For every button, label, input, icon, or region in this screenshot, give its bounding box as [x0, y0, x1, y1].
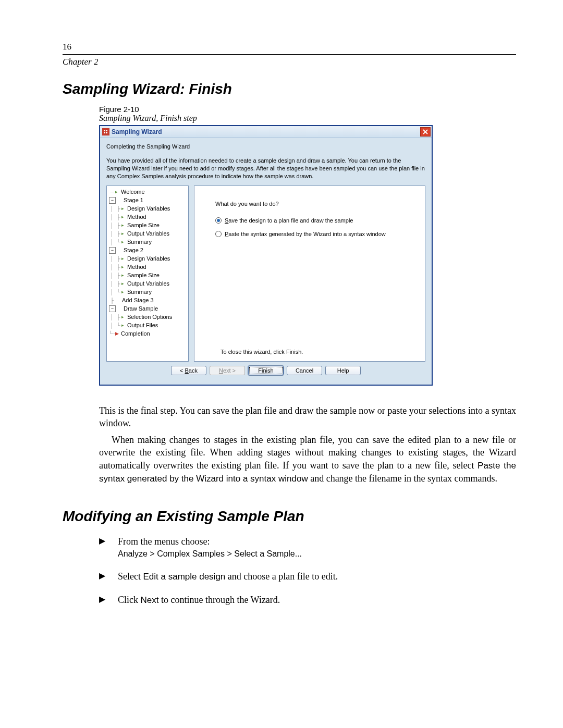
help-button[interactable]: Help — [325, 366, 361, 375]
svg-rect-2 — [104, 132, 105, 133]
tree-add-stage3[interactable]: ├Add Stage 3 — [109, 297, 187, 305]
step-marker-icon: ▶ — [99, 594, 118, 607]
section-heading-1: Sampling Wizard: Finish — [63, 81, 516, 97]
finish-button[interactable]: Finish — [248, 366, 284, 375]
back-button[interactable]: < Back — [171, 366, 206, 375]
next-button: Next > — [210, 366, 245, 375]
radio-paste-syntax[interactable]: Paste the syntax generated by the Wizard… — [215, 231, 418, 237]
dialog-body: Completing the Sampling Wizard You have … — [100, 138, 432, 385]
dialog-titlebar: Sampling Wizard — [100, 126, 432, 138]
tree-output-files[interactable]: │└▸Output Files — [109, 322, 187, 330]
svg-rect-0 — [104, 130, 105, 131]
paragraph-1: This is the final step. You can save the… — [99, 404, 516, 430]
tree-stage1-design[interactable]: │├▸Design Variables — [109, 205, 187, 213]
dialog-title: Sampling Wizard — [112, 128, 420, 135]
step-1: ▶ From the menus choose: Analyze > Compl… — [99, 535, 516, 560]
chapter-label: Chapter 2 — [63, 57, 516, 67]
tree-stage2-method[interactable]: │├▸Method — [109, 263, 187, 272]
paragraph-2: When making changes to stages in the exi… — [99, 434, 516, 485]
tree-welcome[interactable]: ┈▸Welcome — [109, 188, 187, 196]
tree-stage1-size[interactable]: │├▸Sample Size — [109, 221, 187, 230]
step-3-text: Click Next to continue through the Wizar… — [118, 594, 280, 607]
svg-rect-3 — [106, 132, 107, 133]
tree-panel: ┈▸Welcome −Stage 1 │├▸Design Variables │… — [106, 186, 189, 362]
tree-stage2-summary[interactable]: │└▸Summary — [109, 288, 187, 297]
figure-caption: Sampling Wizard, Finish step — [99, 114, 516, 123]
close-icon[interactable] — [420, 127, 431, 137]
page-rule — [63, 54, 516, 55]
dialog-panels: ┈▸Welcome −Stage 1 │├▸Design Variables │… — [106, 186, 425, 362]
radio-icon — [215, 217, 222, 224]
tree-stage1-output[interactable]: │├▸Output Variables — [109, 230, 187, 238]
step-2-text: Select Edit a sample design and choose a… — [118, 570, 338, 583]
tree-completion[interactable]: └┈▶Completion — [109, 330, 187, 338]
tree-draw-sample[interactable]: −Draw Sample — [109, 305, 187, 313]
page-number: 16 — [63, 42, 516, 52]
tree-stage1[interactable]: −Stage 1 — [109, 196, 187, 205]
dialog-button-bar: < Back Next > Finish Cancel Help — [106, 362, 425, 380]
step-marker-icon: ▶ — [99, 535, 118, 560]
tree-selection-options[interactable]: │├▸Selection Options — [109, 313, 187, 322]
svg-rect-1 — [106, 130, 107, 131]
step-3: ▶ Click Next to continue through the Wiz… — [99, 594, 516, 607]
cancel-button[interactable]: Cancel — [287, 366, 322, 375]
page: 16 Chapter 2 Sampling Wizard: Finish Fig… — [0, 0, 563, 728]
sampling-wizard-dialog: Sampling Wizard Completing the Sampling … — [99, 125, 433, 386]
figure-block: Figure 2-10 Sampling Wizard, Finish step… — [99, 105, 516, 386]
tree-stage1-summary[interactable]: │└▸Summary — [109, 238, 187, 246]
radio-icon — [215, 231, 222, 237]
step-marker-icon: ▶ — [99, 570, 118, 583]
tree: ┈▸Welcome −Stage 1 │├▸Design Variables │… — [109, 188, 187, 338]
dialog-description: You have provided all of the information… — [106, 157, 425, 180]
figure-label: Figure 2-10 — [99, 105, 516, 114]
dialog-subtitle: Completing the Sampling Wizard — [106, 143, 425, 150]
section-heading-2: Modifying an Existing Sample Plan — [63, 508, 516, 525]
tree-stage2-output[interactable]: │├▸Output Variables — [109, 280, 187, 288]
tree-stage2[interactable]: −Stage 2 — [109, 246, 187, 255]
app-icon — [102, 128, 109, 135]
question-label: What do you want to do? — [215, 201, 418, 207]
step-1-menu-path: Analyze > Complex Samples > Select a Sam… — [118, 548, 302, 560]
panel-footer-text: To close this wizard, click Finish. — [215, 349, 418, 355]
tree-stage2-design[interactable]: │├▸Design Variables — [109, 255, 187, 263]
radio-save-design[interactable]: Save the design to a plan file and draw … — [215, 217, 418, 224]
step-list: ▶ From the menus choose: Analyze > Compl… — [99, 535, 516, 607]
step-1-text: From the menus choose: — [118, 535, 302, 548]
step-2: ▶ Select Edit a sample design and choose… — [99, 570, 516, 583]
tree-stage2-size[interactable]: │├▸Sample Size — [109, 272, 187, 280]
tree-stage1-method[interactable]: │├▸Method — [109, 213, 187, 221]
body-text: This is the final step. You can save the… — [99, 404, 516, 485]
content-panel: What do you want to do? Save the design … — [194, 186, 425, 362]
